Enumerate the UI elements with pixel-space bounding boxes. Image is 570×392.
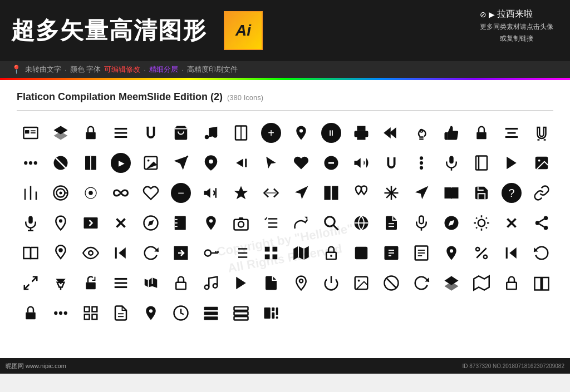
icon-map-pin3[interactable] xyxy=(438,239,465,267)
icon-lock5[interactable] xyxy=(498,269,525,297)
icon-heart[interactable] xyxy=(287,149,315,177)
icon-megaphone2[interactable] xyxy=(197,179,225,207)
icon-map-loc3[interactable] xyxy=(287,269,315,297)
icon-asterisk[interactable] xyxy=(377,179,405,207)
icon-eye[interactable] xyxy=(77,239,105,267)
icon-map-loc[interactable] xyxy=(197,209,225,237)
icon-minus2[interactable]: − xyxy=(167,179,195,207)
icon-document[interactable] xyxy=(377,209,405,237)
icon-arrow-right-box[interactable] xyxy=(77,209,105,237)
icon-location2[interactable] xyxy=(77,179,105,207)
icon-magnet[interactable] xyxy=(137,119,165,147)
icon-skip-back2[interactable] xyxy=(498,239,525,267)
icon-key[interactable] xyxy=(197,239,225,267)
icon-link[interactable] xyxy=(528,179,556,207)
icon-map2[interactable] xyxy=(468,269,495,297)
icon-lock2[interactable] xyxy=(468,119,495,147)
icon-arrow-box[interactable] xyxy=(167,239,195,267)
icon-dots2[interactable] xyxy=(47,299,75,327)
icon-book2[interactable] xyxy=(77,149,105,177)
icon-notebook[interactable] xyxy=(468,149,495,177)
icon-id-card[interactable] xyxy=(17,119,45,147)
icon-infinity[interactable] xyxy=(107,179,135,207)
icon-navigation[interactable] xyxy=(287,179,315,207)
icon-play2[interactable] xyxy=(498,149,525,177)
icon-expand[interactable] xyxy=(17,269,45,297)
icon-lamp[interactable] xyxy=(47,269,75,297)
icon-magnet3[interactable] xyxy=(377,149,405,177)
icon-shopping-bag[interactable] xyxy=(167,119,195,147)
icon-list-check[interactable] xyxy=(257,209,285,237)
icon-map-pin2[interactable] xyxy=(47,209,75,237)
icon-send[interactable] xyxy=(167,149,195,177)
icon-image[interactable] xyxy=(137,149,165,177)
icon-music-note[interactable] xyxy=(197,119,225,147)
icon-code[interactable] xyxy=(257,179,285,207)
icon-align-center[interactable] xyxy=(498,119,525,147)
icon-magnet2[interactable] xyxy=(528,119,556,147)
icon-dials[interactable] xyxy=(167,299,195,327)
icon-printer[interactable] xyxy=(347,119,375,147)
icon-search-sm[interactable] xyxy=(317,209,345,237)
icon-x2[interactable] xyxy=(498,209,525,237)
icon-server-list[interactable] xyxy=(197,299,225,327)
icon-layout-grid[interactable] xyxy=(77,299,105,327)
icon-slash[interactable] xyxy=(377,269,405,297)
icon-menu2[interactable] xyxy=(107,269,135,297)
icon-server-list2[interactable] xyxy=(227,299,255,327)
icon-map-loc2[interactable] xyxy=(47,239,75,267)
icon-columns[interactable] xyxy=(317,179,345,207)
icon-mic2[interactable] xyxy=(17,209,45,237)
icon-x-mark[interactable] xyxy=(107,209,135,237)
icon-plus-circle[interactable]: + xyxy=(257,119,285,147)
icon-lock-refresh[interactable] xyxy=(77,269,105,297)
icon-nav-compass[interactable] xyxy=(438,209,465,237)
icon-bar-chart[interactable] xyxy=(17,179,45,207)
icon-open-book[interactable] xyxy=(438,179,465,207)
icon-newspaper[interactable] xyxy=(377,239,405,267)
icon-play3[interactable] xyxy=(227,269,255,297)
icon-cursor[interactable] xyxy=(257,149,285,177)
icon-open-book2[interactable] xyxy=(528,269,556,297)
icon-target[interactable] xyxy=(47,179,75,207)
icon-stack[interactable] xyxy=(438,269,465,297)
icon-minus-circle[interactable] xyxy=(317,149,345,177)
icon-skip-back[interactable] xyxy=(107,239,135,267)
icon-cancel[interactable] xyxy=(47,149,75,177)
icon-bulb[interactable] xyxy=(407,119,435,147)
icon-camera[interactable] xyxy=(227,209,255,237)
icon-notebook2[interactable] xyxy=(167,209,195,237)
icon-doc2[interactable] xyxy=(257,269,285,297)
icon-lock[interactable] xyxy=(77,119,105,147)
icon-microphone[interactable] xyxy=(438,149,465,177)
icon-play-circle[interactable]: ▶ xyxy=(107,149,135,177)
icon-map-loc4[interactable] xyxy=(137,299,165,327)
icon-music2[interactable] xyxy=(197,269,225,297)
icon-redo[interactable] xyxy=(287,209,315,237)
icon-book[interactable] xyxy=(227,119,255,147)
icon-rewind[interactable] xyxy=(377,119,405,147)
icon-refresh2[interactable] xyxy=(528,239,556,267)
icon-layers[interactable] xyxy=(47,119,75,147)
icon-navigation2[interactable] xyxy=(407,179,435,207)
icon-doc3[interactable] xyxy=(107,299,135,327)
icon-percent[interactable] xyxy=(468,239,495,267)
icon-image3[interactable] xyxy=(347,269,375,297)
icon-heart2[interactable] xyxy=(137,179,165,207)
icon-map[interactable] xyxy=(287,239,315,267)
icon-refresh[interactable] xyxy=(137,239,165,267)
icon-power[interactable] xyxy=(317,269,345,297)
icon-rotate[interactable] xyxy=(407,269,435,297)
icon-menu[interactable] xyxy=(107,119,135,147)
icon-save[interactable] xyxy=(468,179,495,207)
icon-lock4[interactable] xyxy=(167,269,195,297)
icon-image2[interactable] xyxy=(528,149,556,177)
icon-pin[interactable] xyxy=(197,149,225,177)
icon-lock6[interactable] xyxy=(17,299,45,327)
icon-sparkle[interactable] xyxy=(227,179,255,207)
icon-megaphone[interactable] xyxy=(347,149,375,177)
icon-dots-v[interactable] xyxy=(407,149,435,177)
icon-book3[interactable] xyxy=(17,239,45,267)
icon-menu3[interactable] xyxy=(257,299,285,327)
icon-grid[interactable] xyxy=(257,239,285,267)
